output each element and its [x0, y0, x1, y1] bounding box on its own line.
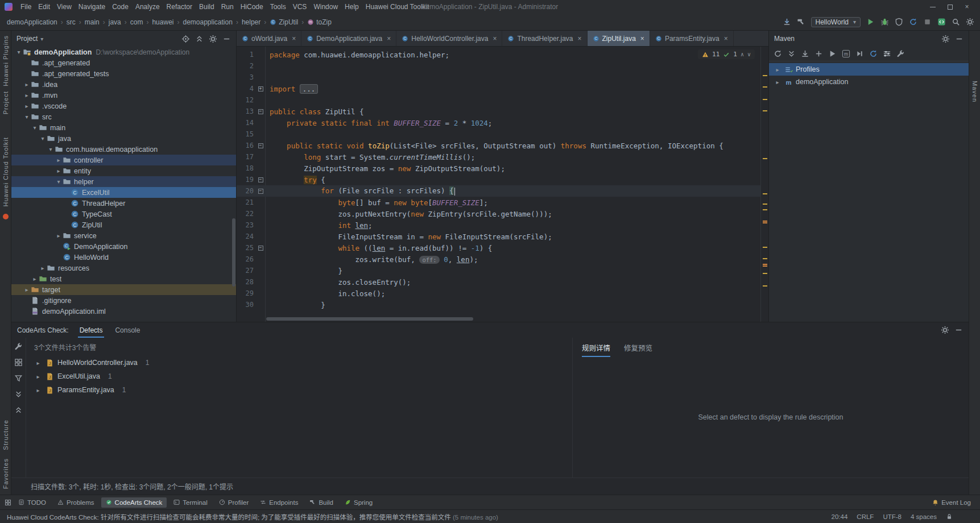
chevron-right-icon[interactable]: ▸: [55, 233, 63, 239]
stripe-mark[interactable]: [763, 99, 767, 100]
tree-item-apt-generated[interactable]: .apt_generated: [11, 57, 236, 68]
toolwindow-problems[interactable]: Problems: [53, 497, 99, 508]
tree-item-java[interactable]: ▾java: [11, 133, 236, 144]
chevron-down-icon[interactable]: ▾: [23, 114, 31, 120]
breadcrumb-huawei[interactable]: huawei: [151, 18, 175, 27]
stripe-mark[interactable]: [763, 193, 767, 194]
stripe-mark[interactable]: [763, 285, 767, 287]
stripe-mark[interactable]: [763, 86, 767, 88]
code-line-22[interactable]: 22 zos.putNextEntry(new ZipEntry(srcFile…: [237, 208, 760, 219]
stripe-mark[interactable]: [763, 110, 767, 111]
code-line-19[interactable]: 19− try {: [237, 174, 760, 185]
download-icon[interactable]: [801, 49, 809, 58]
code-line-16[interactable]: 16− public static void toZip(List<File> …: [237, 140, 760, 151]
stripe-mark[interactable]: [763, 247, 767, 248]
tree-item-test[interactable]: ▸test: [11, 273, 236, 284]
stripe-mark[interactable]: [763, 258, 767, 259]
defect-row-helloworldcontroller-java[interactable]: ▸JHelloWorldController.java1: [30, 356, 572, 370]
tab-demoapplication-java[interactable]: CDemoApplication.java×: [301, 31, 396, 46]
editor-hscrollbar[interactable]: [266, 317, 759, 321]
next-issue-icon[interactable]: ∨: [747, 51, 751, 57]
settings-icon[interactable]: [966, 18, 974, 26]
minimize-button[interactable]: [924, 1, 941, 13]
minus-icon[interactable]: [954, 326, 963, 334]
toolwindow-spring[interactable]: Spring: [340, 497, 377, 508]
settings-icon[interactable]: [941, 35, 950, 43]
stripe-mark[interactable]: [763, 75, 767, 76]
vcs-update-icon[interactable]: [783, 18, 791, 26]
settings-icon[interactable]: [209, 35, 217, 43]
tree-item-vscode[interactable]: ▸.vscode: [11, 101, 236, 111]
code-line-1[interactable]: 1package com.huawei.demoapplication.help…: [237, 49, 760, 60]
code-line-30[interactable]: 30 }: [237, 299, 760, 310]
menu-build[interactable]: Build: [196, 2, 218, 12]
wrench-icon[interactable]: [14, 342, 23, 351]
chevron-right-icon[interactable]: ▸: [34, 360, 42, 366]
menu-refactor[interactable]: Refactor: [163, 2, 196, 12]
code-line-21[interactable]: 21 byte[] buf = new byte[BUFFER_SIZE];: [237, 197, 760, 208]
tree-item-helloworld[interactable]: CHelloWorld: [11, 252, 236, 263]
fold-marker[interactable]: −: [256, 246, 265, 251]
tab-ziputil-java[interactable]: CZipUtil.java×: [588, 31, 650, 46]
menu-run[interactable]: Run: [218, 2, 237, 12]
stripe-mark[interactable]: [763, 273, 767, 274]
toolstrip-project[interactable]: Project: [2, 91, 9, 114]
detail-tab-item[interactable]: 修复预览: [624, 342, 652, 357]
tree-item-controller[interactable]: ▸controller: [11, 155, 236, 165]
menu-navigate[interactable]: Navigate: [75, 2, 109, 12]
menu-edit[interactable]: Edit: [35, 2, 53, 12]
close-tab-icon[interactable]: ×: [292, 35, 296, 43]
toolwindow-profiler[interactable]: Profiler: [214, 497, 253, 508]
tree-item-idea[interactable]: ▸.idea: [11, 79, 236, 90]
toolwindow-event-log[interactable]: Event Log: [928, 497, 975, 508]
tree-item-main[interactable]: ▾main: [11, 122, 236, 133]
toolstrip-structure[interactable]: Structure: [2, 420, 9, 450]
toolstrip-huawei-plugins[interactable]: Huawei Plugins: [2, 35, 9, 86]
menu-window[interactable]: Window: [310, 2, 341, 12]
tree-item-excelutil[interactable]: CExcelUtil: [11, 187, 236, 198]
run-icon[interactable]: [866, 18, 875, 26]
menu-code[interactable]: Code: [109, 2, 132, 12]
menu-vcs[interactable]: VCS: [290, 2, 311, 12]
build-hammer-icon[interactable]: [797, 18, 805, 26]
toolstrip-maven[interactable]: Maven: [971, 81, 978, 102]
code-line-20[interactable]: 20− for (File srcFile : srcFiles) {: [237, 185, 760, 197]
tree-item-resources[interactable]: ▸resources: [11, 263, 236, 273]
reload-icon[interactable]: [869, 49, 878, 58]
code-line-4[interactable]: 4+import ...: [237, 83, 760, 94]
menu-hicode[interactable]: HiCode: [237, 2, 267, 12]
chevron-right-icon[interactable]: ▸: [23, 103, 31, 109]
menu-view[interactable]: View: [53, 2, 75, 12]
close-button[interactable]: ×: [958, 1, 975, 13]
tree-item-helper[interactable]: ▾helper: [11, 176, 236, 187]
code-area[interactable]: 1package com.huawei.demoapplication.help…: [237, 47, 760, 322]
fold-marker[interactable]: −: [256, 143, 265, 148]
tree-item-demoapplication[interactable]: ▾demoApplicationD:\workspace\demoApplica…: [11, 47, 236, 57]
code-line-14[interactable]: 14 private static final int BUFFER_SIZE …: [237, 117, 760, 128]
breadcrumb-helper[interactable]: helper: [241, 18, 262, 27]
chevron-down-icon[interactable]: ▾: [39, 135, 47, 142]
defect-row-paramsentity-java[interactable]: ▸JParamsEntity.java1: [30, 383, 572, 397]
chevron-down-icon[interactable]: ▾: [47, 146, 55, 152]
chevron-right-icon[interactable]: ▸: [23, 92, 31, 98]
code-line-23[interactable]: 23 int len;: [237, 219, 760, 231]
close-tab-icon[interactable]: ×: [640, 35, 644, 43]
breadcrumb-main[interactable]: main: [84, 18, 101, 27]
group-icon[interactable]: [5, 499, 11, 506]
chevron-right-icon[interactable]: ▸: [774, 79, 781, 85]
tree-item-typecast[interactable]: CTypeCast: [11, 209, 236, 219]
run-gray-icon[interactable]: [828, 49, 837, 58]
locate-icon[interactable]: [181, 35, 190, 43]
maven-item-profiles[interactable]: ▸Profiles: [769, 63, 969, 76]
fold-marker[interactable]: −: [256, 189, 265, 194]
fold-marker[interactable]: −: [256, 109, 265, 114]
skip-tests-icon[interactable]: [855, 49, 864, 58]
breadcrumb-demoapplication[interactable]: demoapplication: [181, 18, 233, 27]
code-line-24[interactable]: 24 FileInputStream in = new FileInputStr…: [237, 231, 760, 242]
debug-icon[interactable]: [880, 18, 889, 26]
defect-row-excelutil-java[interactable]: ▸JExcelUtil.java1: [30, 370, 572, 383]
code-line-12[interactable]: 12: [237, 94, 760, 106]
tree-item-gitignore[interactable]: .gitignore: [11, 295, 236, 306]
chevron-down-icon[interactable]: ▾: [31, 124, 39, 131]
hicode-icon[interactable]: [937, 18, 946, 26]
